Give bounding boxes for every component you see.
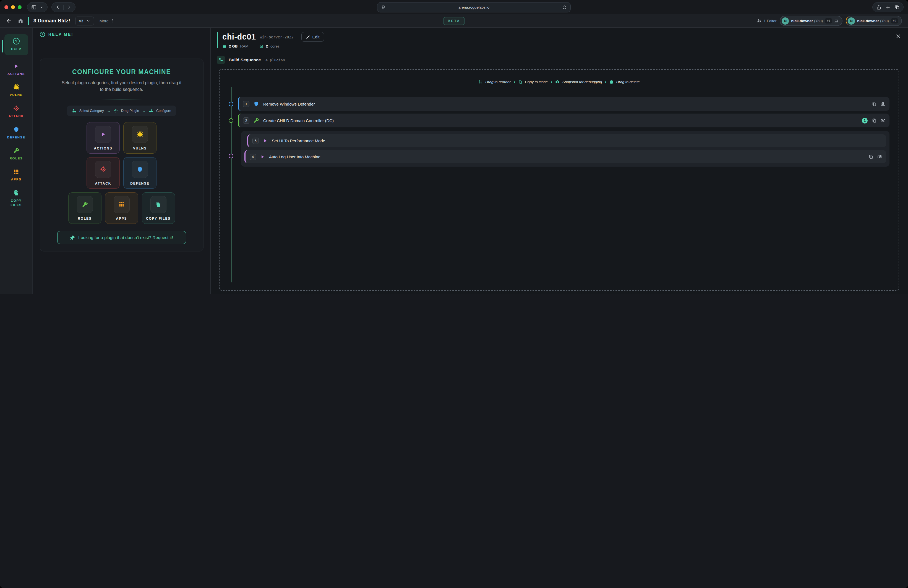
version-select[interactable]: v3 xyxy=(75,16,94,26)
tile-label: APPS xyxy=(116,217,127,220)
tree-icon xyxy=(217,56,225,64)
tile-label: DEFENSE xyxy=(130,182,149,185)
app-header: 3 Domain Blitz! v3 More BETA 1 Editor N … xyxy=(0,14,454,27)
home-icon[interactable] xyxy=(18,18,23,24)
sidebar-item-label: HELP xyxy=(11,47,21,52)
play-icon xyxy=(263,138,268,143)
cpu-icon xyxy=(259,44,264,48)
category-tile-apps[interactable]: APPS xyxy=(105,192,138,224)
title-accent-bar xyxy=(28,17,29,25)
sequence-number: 3 xyxy=(253,138,259,144)
ram-value: 2 GB xyxy=(229,44,238,48)
sidebar-item-label: ATTACK xyxy=(8,114,24,119)
category-tile-defense[interactable]: DEFENSE xyxy=(123,157,156,189)
machine-accent-bar xyxy=(217,32,218,48)
more-menu-button[interactable]: More xyxy=(100,19,114,23)
chevron-down-icon xyxy=(87,19,90,22)
chevron-down-icon[interactable] xyxy=(40,5,43,9)
sidebar-item-attack[interactable]: ATTACK xyxy=(5,105,28,119)
traffic-lights xyxy=(5,5,22,9)
step-drag-plugin: Drag Plugin xyxy=(121,109,139,113)
help-panel-title: HELP ME! xyxy=(48,32,74,37)
sidebar-item-roles[interactable]: ROLES xyxy=(5,148,28,161)
category-tile-roles[interactable]: ROLES xyxy=(68,192,101,224)
configure-title: CONFIGURE YOUR MACHINE xyxy=(50,68,193,76)
nav-divider xyxy=(63,5,64,10)
shield-icon xyxy=(13,127,19,133)
build-sequence-dropzone[interactable]: Drag to reorder ● Copy to clone ● Snapsh… xyxy=(219,69,454,291)
bug-icon xyxy=(13,84,19,90)
step-configure: Configure xyxy=(156,109,171,113)
browser-window: arena.roguelabs.io 3 Domain Blitz! v3 Mo… xyxy=(0,0,454,294)
machine-panel: chi-dc01 win-server-2022 Edit 2 GB RAM xyxy=(211,27,454,294)
machine-specs: 2 GB RAM 2 cores xyxy=(222,44,324,48)
move-icon xyxy=(114,109,118,113)
sidebar-item-label: ACTIONS xyxy=(8,72,25,76)
sidebar-item-vulns[interactable]: VULNS xyxy=(5,84,28,97)
edit-button[interactable]: Edit xyxy=(301,32,324,42)
tile-label: COPY FILES xyxy=(146,217,171,220)
sidebar-item-copy-files[interactable]: COPY FILES xyxy=(5,190,28,207)
machine-os: win-server-2022 xyxy=(260,35,294,39)
category-tile-vulns[interactable]: VULNS xyxy=(123,122,156,154)
sidebar-item-help[interactable]: ? HELP xyxy=(5,34,28,55)
plugin-count: 4 plugins xyxy=(266,58,285,62)
copy-files-icon xyxy=(155,201,161,207)
more-label: More xyxy=(100,19,109,23)
target-icon xyxy=(100,166,106,172)
category-tile-copy-files[interactable]: COPY FILES xyxy=(142,192,175,224)
sidebar-item-label: APPS xyxy=(11,177,22,182)
timeline-line xyxy=(231,87,232,283)
sidebar-toggle-icon[interactable] xyxy=(31,5,37,10)
browser-chrome: arena.roguelabs.io xyxy=(0,0,454,14)
sidebar-item-defense[interactable]: DEFENSE xyxy=(5,127,28,140)
reader-view-icon[interactable] xyxy=(381,5,385,10)
shield-icon xyxy=(254,101,259,107)
minimize-window-button[interactable] xyxy=(11,5,15,9)
play-icon xyxy=(13,63,19,69)
beta-badge: BETA xyxy=(443,17,454,25)
close-window-button[interactable] xyxy=(5,5,8,9)
divider-gradient xyxy=(101,99,142,100)
sequence-label: Set UI To Performance Mode xyxy=(272,138,325,143)
browser-back-icon[interactable] xyxy=(56,5,60,10)
version-value: v3 xyxy=(79,19,83,23)
sidebar-item-label: DEFENSE xyxy=(7,135,26,140)
help-panel-header: ? HELP ME! xyxy=(33,27,211,41)
sidebar-item-actions[interactable]: ACTIONS xyxy=(5,63,28,76)
configure-subtitle: Select plugin categories, find your desi… xyxy=(60,80,184,93)
sequence-item-4[interactable]: 4 Auto Log User Into Machine xyxy=(245,150,454,163)
browser-forward-icon[interactable] xyxy=(67,5,71,10)
app-back-icon[interactable] xyxy=(6,18,12,24)
cores-label: cores xyxy=(270,44,280,48)
active-item-indicator xyxy=(2,40,3,53)
page-title: 3 Domain Blitz! xyxy=(34,18,70,24)
wrench-icon xyxy=(82,201,88,207)
category-tile-actions[interactable]: ACTIONS xyxy=(87,122,120,154)
sequence-item-1[interactable]: 1 Remove Windows Defender xyxy=(238,97,454,111)
sliders-icon xyxy=(149,109,153,113)
sequence-number: 4 xyxy=(250,154,256,160)
tile-label: ATTACK xyxy=(95,182,111,185)
category-tile-attack[interactable]: ATTACK xyxy=(87,157,120,189)
shield-icon xyxy=(137,166,143,172)
sequence-item-2[interactable]: 2 Create CHILD Domain Controller (DC) 1 xyxy=(238,114,454,127)
configure-card: CONFIGURE YOUR MACHINE Select plugin cat… xyxy=(40,59,203,251)
sidebar-item-apps[interactable]: APPS xyxy=(5,169,28,182)
cores-value: 2 xyxy=(266,44,268,48)
tile-label: ACTIONS xyxy=(94,146,113,150)
zoom-window-button[interactable] xyxy=(18,5,22,9)
sidebar-item-label: COPY FILES xyxy=(8,198,25,207)
url-text[interactable]: arena.roguelabs.io xyxy=(385,5,454,10)
address-bar[interactable]: arena.roguelabs.io xyxy=(377,2,454,13)
build-sequence-title: Build Sequence xyxy=(229,58,261,63)
sidebar-item-label: VULNS xyxy=(10,93,23,97)
pencil-icon xyxy=(306,35,310,39)
ram-label: RAM xyxy=(240,44,249,48)
sequence-item-3[interactable]: 3 Set UI To Performance Mode xyxy=(247,134,454,147)
timeline-marker-2 xyxy=(229,118,233,123)
sequence-number: 2 xyxy=(243,117,250,124)
request-plugin-button[interactable]: Looking for a plugin that doesn't exist?… xyxy=(57,231,186,244)
puzzle-icon xyxy=(70,235,75,240)
build-sequence-header: Build Sequence 4 plugins xyxy=(217,56,454,64)
